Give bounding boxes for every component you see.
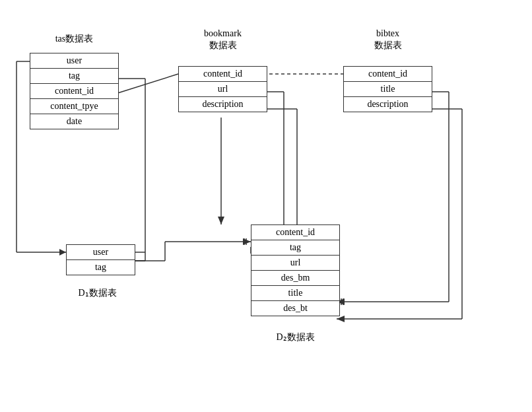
bibtex-label: bibtex数据表 (343, 28, 432, 52)
bookmark-field-description: description (179, 97, 267, 112)
bookmark-field-url: url (179, 82, 267, 97)
tas-label: tas数据表 (30, 33, 119, 45)
svg-marker-3 (218, 217, 224, 224)
d2-table: content_id tag url des_bm title des_bt (251, 224, 340, 316)
bibtex-field-title: title (344, 82, 432, 97)
bookmark-field-content-id: content_id (179, 67, 267, 82)
d1-field-tag: tag (67, 260, 135, 275)
svg-marker-28 (243, 238, 251, 245)
bookmark-table: content_id url description (178, 66, 267, 112)
d2-field-content-id: content_id (251, 225, 339, 240)
d1-label: D₁数据表 (53, 287, 142, 299)
d2-field-title: title (251, 286, 339, 301)
d2-field-url: url (251, 256, 339, 271)
bibtex-field-description: description (344, 97, 432, 112)
tas-field-tag: tag (30, 69, 118, 84)
svg-marker-38 (337, 316, 345, 322)
bibtex-field-content-id: content_id (344, 67, 432, 82)
d2-field-tag: tag (251, 240, 339, 256)
svg-line-0 (116, 74, 178, 94)
d2-field-des-bm: des_bm (251, 271, 339, 286)
tas-field-content-id: content_id (30, 84, 118, 99)
d1-table: user tag (66, 244, 135, 275)
tas-table: user tag content_id content_tpye date (30, 53, 119, 129)
diagram-container: user tag content_id content_tpye date ta… (0, 0, 532, 412)
tas-field-user: user (30, 53, 118, 69)
d2-label: D₂数据表 (251, 331, 340, 343)
d2-field-des-bt: des_bt (251, 301, 339, 316)
tas-field-date: date (30, 114, 118, 129)
svg-marker-22 (59, 249, 66, 256)
d1-field-user: user (67, 245, 135, 260)
tas-field-content-tpye: content_tpye (30, 99, 118, 114)
bibtex-table: content_id title description (343, 66, 432, 112)
bookmark-label: bookmark数据表 (178, 28, 267, 52)
